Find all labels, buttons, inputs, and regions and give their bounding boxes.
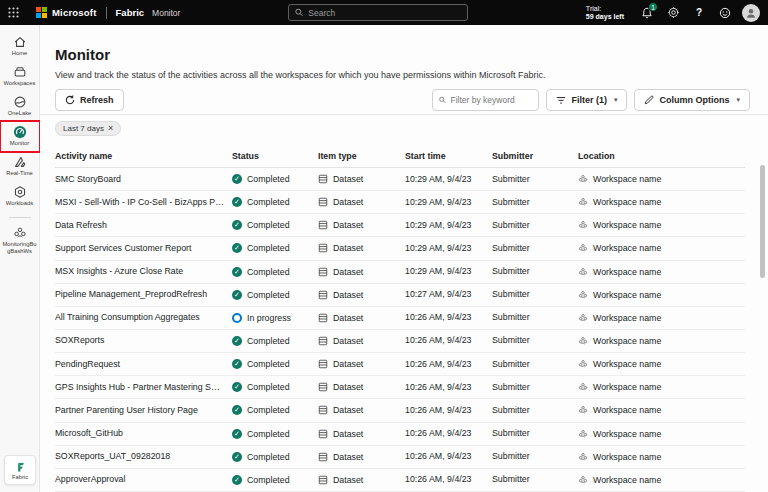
dataset-icon: [318, 336, 328, 346]
item-type-label: Dataset: [333, 452, 363, 462]
activity-name[interactable]: GPS Insights Hub - Partner Mastering Sea…: [55, 376, 232, 399]
filter-button[interactable]: Filter (1) ▾: [546, 89, 627, 111]
sidebar-item-workspaces[interactable]: Workspaces: [1, 62, 39, 91]
fabric-monitor-app: Microsoft Fabric Monitor Trial: 59 days …: [0, 0, 768, 492]
activity-name[interactable]: All Training Consumption Aggregates: [55, 306, 232, 329]
location-cell[interactable]: Workspace name: [578, 290, 745, 300]
location-label: Workspace name: [593, 313, 661, 323]
table-row[interactable]: Pipeline Management_PreprodRefresh Compl…: [55, 284, 745, 307]
account-avatar[interactable]: [742, 4, 760, 22]
activity-name[interactable]: ApproverApproval: [55, 468, 232, 491]
workspace-icon: [578, 174, 588, 184]
location-cell[interactable]: Workspace name: [578, 336, 745, 346]
vertical-scrollbar[interactable]: [760, 165, 765, 278]
activity-name[interactable]: MSX Insights - Azure Close Rate: [55, 260, 232, 283]
table-row[interactable]: SMC StoryBoard Completed Dataset 10:29 A…: [55, 168, 745, 191]
table-row[interactable]: MSXI - Sell-With - IP Co-Sell - BizApps …: [55, 191, 745, 214]
table-row[interactable]: GPS Insights Hub - Partner Mastering Sea…: [55, 376, 745, 399]
item-type-cell: Dataset: [318, 475, 405, 485]
keyword-input[interactable]: [451, 95, 533, 105]
active-filter-chip[interactable]: Last 7 days ×: [55, 121, 121, 136]
sidebar-item-real-time[interactable]: Real-Time: [1, 152, 39, 181]
fabric-switcher-button[interactable]: Fabric: [4, 455, 36, 485]
col-status[interactable]: Status: [232, 151, 318, 161]
activity-name[interactable]: MSXI - Sell-With - IP Co-Sell - BizApps …: [55, 191, 232, 214]
product-name[interactable]: Fabric: [116, 7, 145, 18]
location-cell[interactable]: Workspace name: [578, 429, 745, 439]
status-icon: [232, 429, 242, 439]
col-activity-name[interactable]: Activity name: [55, 151, 232, 161]
table-row[interactable]: Support Services Customer Report Complet…: [55, 237, 745, 260]
status-icon: [232, 405, 242, 415]
sidebar-item-workloads[interactable]: Workloads: [1, 182, 39, 211]
location-cell[interactable]: Workspace name: [578, 197, 745, 207]
status-icon: [232, 197, 242, 207]
col-submitter[interactable]: Submitter: [492, 151, 578, 161]
item-type-label: Dataset: [333, 382, 363, 392]
col-start-time[interactable]: Start time: [405, 151, 492, 161]
app-launcher-icon[interactable]: [0, 0, 26, 25]
sidebar-item-home[interactable]: Home: [1, 32, 39, 61]
feedback-button[interactable]: [712, 0, 738, 25]
activity-name[interactable]: SOXReports_UAT_09282018: [55, 445, 232, 468]
help-button[interactable]: ?: [686, 0, 712, 25]
item-type-label: Dataset: [333, 336, 363, 346]
location-cell[interactable]: Workspace name: [578, 243, 745, 253]
location-cell[interactable]: Workspace name: [578, 220, 745, 230]
table-row[interactable]: SOXReports_UAT_09282018 Completed Datase…: [55, 446, 745, 469]
trial-status: Trial: 59 days left: [586, 5, 624, 21]
location-cell[interactable]: Workspace name: [578, 382, 745, 392]
sidebar-item-onelake[interactable]: OneLake: [1, 92, 39, 121]
workspace-icon: [578, 359, 588, 369]
activity-name[interactable]: SMC StoryBoard: [55, 168, 232, 191]
filter-icon: [556, 96, 566, 105]
location-cell[interactable]: Workspace name: [578, 452, 745, 462]
location-label: Workspace name: [593, 243, 661, 253]
submitter: Submitter: [492, 399, 578, 422]
table-row[interactable]: Data Refresh Completed Dataset 10:29 AM,…: [55, 214, 745, 237]
search-icon: [295, 8, 303, 17]
global-search[interactable]: [288, 4, 468, 21]
dataset-icon: [318, 452, 328, 462]
remove-filter-icon[interactable]: ×: [108, 124, 113, 133]
location-cell[interactable]: Workspace name: [578, 405, 745, 415]
activity-name[interactable]: Partner Parenting User History Page: [55, 399, 232, 422]
keyword-filter[interactable]: [432, 89, 539, 111]
activity-name[interactable]: Support Services Customer Report: [55, 237, 232, 260]
activity-name[interactable]: Data Refresh: [55, 214, 232, 237]
microsoft-brand[interactable]: Microsoft: [36, 7, 97, 18]
location-cell[interactable]: Workspace name: [578, 313, 745, 323]
status-icon: [232, 290, 242, 300]
table-row[interactable]: MSX Insights - Azure Close Rate Complete…: [55, 261, 745, 284]
activity-name[interactable]: PendingRequest: [55, 353, 232, 376]
activity-name[interactable]: SOXReports: [55, 329, 232, 352]
activity-name[interactable]: Microsoft_GitHub: [55, 422, 232, 445]
col-item-type[interactable]: Item type: [318, 151, 405, 161]
sidebar-item-workspace-pinned[interactable]: MonitoringBugBashWs: [1, 223, 39, 257]
table-row[interactable]: ApproverApproval Completed Dataset 10:26…: [55, 469, 745, 492]
table-body: SMC StoryBoard Completed Dataset 10:29 A…: [40, 168, 768, 492]
activity-name[interactable]: Pipeline Management_PreprodRefresh: [55, 283, 232, 306]
search-input[interactable]: [308, 8, 461, 18]
page-description: View and track the status of the activit…: [55, 70, 546, 80]
table-row[interactable]: All Training Consumption Aggregates In p…: [55, 307, 745, 330]
notifications-button[interactable]: 1: [634, 0, 660, 25]
table-row[interactable]: Microsoft_GitHub Completed Dataset 10:26…: [55, 423, 745, 446]
location-cell[interactable]: Workspace name: [578, 475, 745, 485]
location-label: Workspace name: [593, 197, 661, 207]
column-options-icon: [644, 95, 654, 105]
location-cell[interactable]: Workspace name: [578, 359, 745, 369]
submitter: Submitter: [492, 306, 578, 329]
location-cell[interactable]: Workspace name: [578, 174, 745, 184]
col-location[interactable]: Location: [578, 151, 745, 161]
status-label: Completed: [247, 220, 290, 230]
table-row[interactable]: Partner Parenting User History Page Comp…: [55, 399, 745, 422]
location-cell[interactable]: Workspace name: [578, 267, 745, 277]
settings-button[interactable]: [660, 0, 686, 25]
table-row[interactable]: PendingRequest Completed Dataset 10:26 A…: [55, 353, 745, 376]
table-row[interactable]: SOXReports Completed Dataset 10:26 AM, 9…: [55, 330, 745, 353]
column-options-button[interactable]: Column Options ▾: [634, 89, 750, 111]
refresh-button[interactable]: Refresh: [55, 89, 124, 111]
sidebar-item-monitor[interactable]: Monitor: [1, 122, 39, 151]
topbar-page-name: Monitor: [152, 8, 180, 18]
